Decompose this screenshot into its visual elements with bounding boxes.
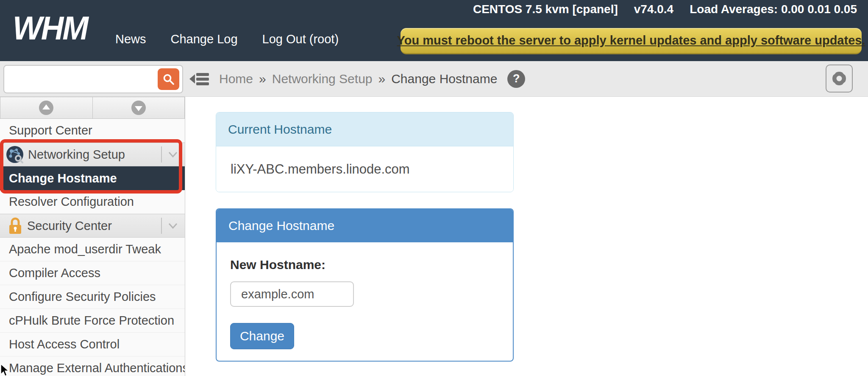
current-hostname-panel: Current Hostname liXY-ABC.members.linode…: [216, 112, 514, 192]
change-hostname-panel: Change Hostname New Hostname: Change: [216, 208, 514, 362]
category-divider: [161, 146, 162, 163]
sidebar-item-host-access-control[interactable]: Host Access Control: [0, 333, 185, 356]
life-ring-icon: [829, 69, 849, 88]
sidebar-item-label: Support Center: [9, 123, 92, 137]
chevron-down-icon[interactable]: [168, 222, 178, 229]
change-hostname-panel-header: Change Hostname: [217, 209, 513, 242]
support-button[interactable]: [826, 65, 853, 93]
scroll-up-button[interactable]: [0, 97, 93, 119]
toolbar: Home » Networking Setup » Change Hostnam…: [0, 61, 868, 97]
panel-title: Change Hostname: [228, 219, 334, 233]
breadcrumb-current-page: Change Hostname: [391, 72, 497, 86]
nav-news-link[interactable]: News: [115, 32, 146, 46]
load-averages-label: Load Averages: 0.00 0.01 0.05: [690, 3, 857, 16]
sidebar-item-resolver-configuration[interactable]: Resolver Configuration: [0, 190, 185, 214]
sidebar-item-label: Configure Security Policies: [9, 290, 156, 304]
main-content: Current Hostname liXY-ABC.members.linode…: [185, 97, 868, 376]
top-navigation: News Change Log Log Out (root): [115, 32, 339, 46]
current-hostname-value: liXY-ABC.members.linode.com: [231, 162, 410, 177]
sidebar-scroll-controls: [0, 97, 185, 119]
current-hostname-panel-body: liXY-ABC.members.linode.com: [216, 146, 513, 192]
sidebar-category-label: Networking Setup: [28, 148, 125, 162]
change-button[interactable]: Change: [230, 323, 294, 349]
new-hostname-label: New Hostname:: [230, 258, 513, 272]
sidebar-item-label: cPHulk Brute Force Protection: [9, 314, 174, 328]
sidebar-item-cphulk-brute-force-protection[interactable]: cPHulk Brute Force Protection: [0, 309, 185, 333]
arrow-down-circle-icon: [131, 100, 147, 116]
change-hostname-panel-body: New Hostname: Change: [217, 242, 513, 349]
sidebar-item-label: Host Access Control: [9, 337, 120, 351]
panel-title: Current Hostname: [228, 122, 332, 137]
sidebar-category-security-center[interactable]: Security Center: [0, 214, 185, 238]
new-hostname-input[interactable]: [230, 281, 354, 307]
sidebar-item-change-hostname[interactable]: Change Hostname: [0, 166, 185, 190]
sidebar-item-compiler-access[interactable]: Compiler Access: [0, 261, 185, 285]
os-version-label: CENTOS 7.5 kvm [cpanel]: [473, 3, 618, 16]
sidebar-item-label: Compiler Access: [9, 266, 100, 280]
current-hostname-panel-header: Current Hostname: [216, 112, 513, 146]
sidebar-item-label: Manage External Authentications: [9, 361, 185, 375]
chevron-down-icon[interactable]: [168, 151, 178, 158]
sidebar-item-apache-mod-userdir-tweak[interactable]: Apache mod_userdir Tweak: [0, 238, 185, 261]
whm-change-hostname-page: CENTOS 7.5 kvm [cpanel] v74.0.4 Load Ave…: [0, 0, 868, 376]
scroll-down-button[interactable]: [93, 97, 185, 119]
sidebar-item-label: Change Hostname: [9, 171, 117, 185]
help-icon[interactable]: ?: [507, 70, 525, 88]
sidebar-item-label: Resolver Configuration: [9, 195, 134, 209]
collapse-sidebar-icon[interactable]: [189, 70, 209, 87]
breadcrumb-separator: »: [378, 72, 386, 86]
arrow-up-circle-icon: [38, 100, 54, 116]
search-box: [3, 65, 183, 93]
reboot-warning-text: You must reboot the server to apply kern…: [397, 34, 865, 48]
whm-version-label: v74.0.4: [634, 3, 673, 16]
breadcrumb-networking-setup-link[interactable]: Networking Setup: [272, 72, 373, 86]
mouse-cursor: [0, 364, 11, 376]
sidebar: Support Center Networking Setu: [0, 97, 185, 376]
breadcrumb-separator: »: [259, 72, 266, 86]
breadcrumb: Home » Networking Setup » Change Hostnam…: [219, 61, 525, 96]
sidebar-category-label: Security Center: [27, 219, 112, 233]
nav-changelog-link[interactable]: Change Log: [171, 32, 238, 46]
system-info: CENTOS 7.5 kvm [cpanel] v74.0.4 Load Ave…: [473, 3, 857, 16]
lock-icon: [8, 217, 23, 235]
reboot-warning-banner[interactable]: You must reboot the server to apply kern…: [401, 28, 862, 54]
sidebar-category-networking-setup[interactable]: Networking Setup: [0, 143, 185, 166]
top-bar: CENTOS 7.5 kvm [cpanel] v74.0.4 Load Ave…: [0, 0, 868, 61]
sidebar-item-manage-external-authentications[interactable]: Manage External Authentications: [0, 356, 185, 376]
search-icon: [162, 73, 175, 86]
search-input[interactable]: [6, 67, 154, 91]
category-divider: [161, 218, 162, 234]
sidebar-item-configure-security-policies[interactable]: Configure Security Policies: [0, 285, 185, 309]
whm-logo: WHM: [13, 12, 87, 45]
sidebar-item-label: Apache mod_userdir Tweak: [9, 242, 161, 256]
sidebar-item-support-center[interactable]: Support Center: [0, 119, 185, 143]
networking-icon: [6, 146, 24, 163]
breadcrumb-home-link[interactable]: Home: [219, 72, 253, 86]
nav-logout-link[interactable]: Log Out (root): [262, 32, 339, 46]
search-button[interactable]: [158, 68, 179, 90]
